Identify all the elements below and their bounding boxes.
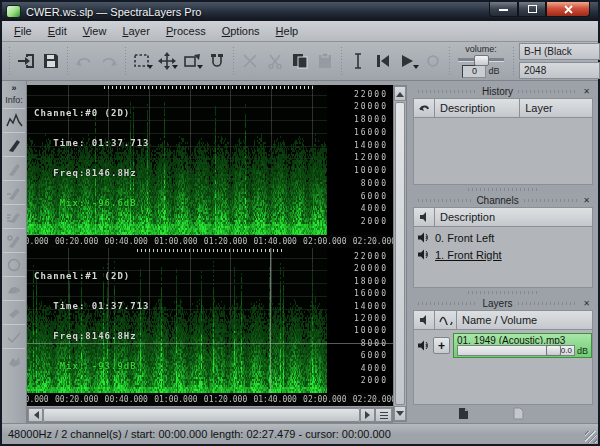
maximize-button[interactable] (518, 2, 546, 17)
volume-unit-label: dB (488, 66, 499, 76)
speaker-icon[interactable] (417, 232, 430, 243)
volume-slider[interactable] (458, 55, 504, 64)
history-list[interactable] (413, 118, 593, 185)
tool-line-pen-button[interactable] (3, 228, 25, 252)
channel-row-front-left[interactable]: 0. Front Left (414, 229, 592, 246)
channel-row-label[interactable]: 0. Front Left (435, 232, 494, 244)
skip-start-button[interactable] (370, 48, 395, 74)
delete-button[interactable] (237, 48, 262, 74)
volume-slider-handle[interactable] (474, 55, 489, 66)
tool-brush-button[interactable] (3, 180, 25, 204)
time-tick-label: 00:40.000 (105, 395, 148, 404)
frequency-tick-label: 20000 (354, 103, 388, 111)
menu-item[interactable]: Process (158, 23, 214, 39)
channel-row-front-right[interactable]: 1. Front Right (414, 246, 592, 263)
frequency-tick-label: 4000 (361, 205, 388, 213)
history-panel-titlebar[interactable]: History ✕ (413, 85, 593, 98)
history-close-icon[interactable]: ✕ (582, 87, 591, 96)
menu-item[interactable]: File (6, 23, 40, 39)
layers-panel-title: Layers (483, 298, 513, 309)
channel-1-view[interactable]: 2200020000180001600014000120001000080006… (27, 248, 393, 394)
frequency-tick-label: 20000 (354, 265, 388, 273)
menu-item[interactable]: Layer (114, 23, 158, 39)
vertical-scrollbar[interactable] (393, 85, 407, 422)
channels-panel-titlebar[interactable]: Channels ✕ (413, 194, 593, 207)
time-tick-label: 01:00.000 (154, 237, 197, 246)
scroll-left-button[interactable] (28, 408, 43, 422)
menu-item[interactable]: Options (214, 23, 268, 39)
tool-multi-pen-button[interactable] (3, 204, 25, 228)
menu-item[interactable]: Help (268, 23, 307, 39)
paste-button[interactable] (312, 48, 337, 74)
window-title: CWER.ws.slp — SpectraLayers Pro (26, 6, 201, 18)
redo-button[interactable] (96, 48, 121, 74)
rectangle-select-button[interactable] (129, 48, 154, 74)
dock-page-icon-light[interactable] (513, 407, 524, 420)
resize-grip[interactable] (585, 431, 597, 443)
scroll-options-button[interactable] (375, 408, 392, 422)
tool-pencil-button[interactable] (3, 156, 25, 180)
tool-eraser-button[interactable] (3, 300, 25, 324)
tool-check-pen-button[interactable] (3, 324, 25, 348)
save-button[interactable] (38, 48, 63, 74)
scroll-down-button[interactable] (394, 406, 406, 421)
speaker-column-icon (413, 207, 435, 227)
layer-volume-slider[interactable]: 0.0 (457, 345, 575, 356)
tool-pen-button[interactable] (3, 132, 25, 156)
layers-col-name-volume[interactable]: Name / Volume (457, 310, 593, 330)
move-tool-button[interactable] (154, 48, 179, 74)
tool-spectrum-button[interactable] (3, 108, 25, 132)
magnet-snap-button[interactable] (204, 48, 229, 74)
channel-splitter-handle[interactable] (137, 249, 283, 252)
menu-item[interactable]: Edit (40, 23, 75, 39)
cursor-tool-button[interactable] (345, 48, 370, 74)
scroll-right-button[interactable] (360, 408, 375, 422)
copy-button[interactable] (287, 48, 312, 74)
status-text: 48000Hz / 2 channel(s) / start: 00:00.00… (8, 428, 391, 440)
play-button[interactable] (395, 48, 420, 74)
import-button[interactable] (13, 48, 38, 74)
channel-label: Channel:#0 (2D) (34, 108, 150, 118)
channels-close-icon[interactable]: ✕ (582, 196, 591, 205)
horizontal-scroll-thumb[interactable] (43, 408, 360, 422)
transform-tool-button[interactable] (179, 48, 204, 74)
colormap-select[interactable]: B-H (Black (519, 43, 600, 60)
fft-size-select[interactable]: 2048 (519, 62, 600, 79)
layer-expand-button[interactable]: + (433, 337, 450, 354)
menu-item[interactable]: View (75, 23, 115, 39)
layer-item-selected[interactable]: 01. 1949 (Acoustic).mp3 0.0 dB (453, 333, 592, 358)
layer-volume-handle[interactable] (546, 345, 561, 356)
time-tick-label: 01:40.000 (253, 395, 296, 404)
volume-input[interactable]: 0 (462, 65, 486, 78)
cut-button[interactable] (262, 48, 287, 74)
dock-page-icon-dark[interactable] (458, 407, 469, 420)
time-tick-label: 01:00.000 (154, 395, 197, 404)
channel-row-label[interactable]: 1. Front Right (435, 249, 502, 261)
vertical-scroll-thumb[interactable] (395, 102, 405, 405)
speaker-icon[interactable] (417, 340, 430, 351)
record-button[interactable] (420, 48, 445, 74)
volume-control: volume: 0 dB (453, 45, 509, 78)
panel-drag-handle[interactable] (468, 188, 538, 191)
panel-drag-handle[interactable] (468, 291, 538, 294)
history-col-description[interactable]: Description (435, 98, 520, 118)
horizontal-scrollbar[interactable] (27, 407, 393, 423)
layer-row[interactable]: + 01. 1949 (Acoustic).mp3 0.0 dB (414, 332, 592, 359)
minimize-button[interactable] (489, 2, 518, 17)
layer-name[interactable]: 01. 1949 (Acoustic).mp3 (457, 335, 588, 344)
frequency-tick-label: 2000 (361, 218, 388, 226)
tool-blob-button[interactable] (3, 348, 25, 372)
tool-smudge-button[interactable] (3, 276, 25, 300)
undo-button[interactable] (71, 48, 96, 74)
channels-header: Description (413, 207, 593, 227)
channel-0-view[interactable]: 2200020000180001600014000120001000080006… (27, 85, 393, 235)
history-col-layer[interactable]: Layer (520, 98, 593, 118)
channels-col-description[interactable]: Description (435, 207, 593, 227)
layers-close-icon[interactable]: ✕ (582, 299, 591, 308)
tools-expand-button[interactable]: » (11, 83, 16, 93)
speaker-icon[interactable] (417, 249, 430, 260)
scroll-up-button[interactable] (394, 86, 406, 101)
layers-panel-titlebar[interactable]: Layers ✕ (413, 297, 593, 310)
close-button[interactable] (546, 2, 590, 17)
tool-area-select-button[interactable] (3, 252, 25, 276)
